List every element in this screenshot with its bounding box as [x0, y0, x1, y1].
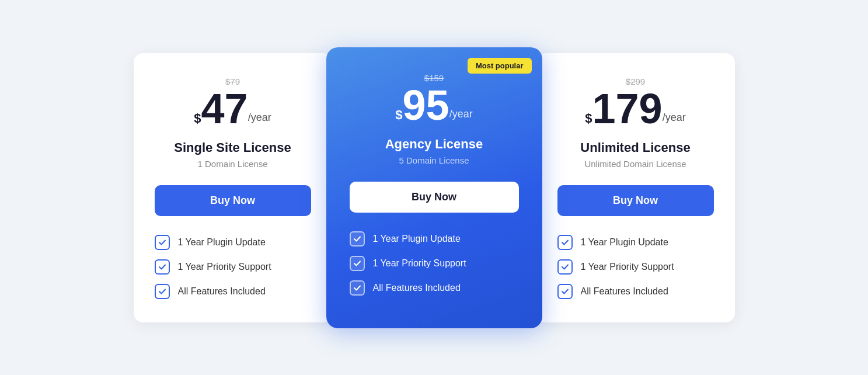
most-popular-badge: Most popular — [468, 58, 532, 74]
check-icon — [557, 235, 573, 250]
buy-button[interactable]: Buy Now — [155, 185, 311, 216]
feature-item: 1 Year Plugin Update — [557, 235, 714, 250]
feature-text: All Features Included — [581, 286, 668, 297]
feature-item: 1 Year Plugin Update — [350, 231, 519, 246]
feature-item: All Features Included — [557, 284, 714, 299]
feature-text: 1 Year Plugin Update — [581, 237, 668, 248]
check-icon — [557, 284, 573, 299]
price-period: /year — [663, 112, 686, 124]
pricing-card-unlimited: $299 $ 179 /year Unlimited License Unlim… — [536, 53, 735, 322]
license-domain: 1 Domain License — [197, 159, 267, 169]
feature-text: 1 Year Plugin Update — [178, 237, 266, 248]
pricing-card-agency: Most popular $159 $ 95 /year Agency Lice… — [326, 47, 542, 328]
original-price: $159 — [424, 73, 444, 83]
feature-text: All Features Included — [373, 283, 461, 293]
check-icon — [350, 256, 365, 271]
features-list: 1 Year Plugin Update 1 Year Priority Sup… — [350, 231, 519, 296]
feature-text: 1 Year Priority Support — [581, 262, 674, 272]
license-domain: Unlimited Domain License — [584, 159, 686, 169]
check-icon — [350, 231, 365, 246]
feature-item: 1 Year Priority Support — [350, 256, 519, 271]
check-icon — [155, 284, 170, 299]
feature-item: All Features Included — [155, 284, 311, 299]
feature-item: 1 Year Priority Support — [557, 259, 714, 275]
check-icon — [557, 259, 573, 275]
price-row: $ 179 /year — [585, 88, 685, 130]
original-price: $79 — [225, 77, 240, 86]
check-icon — [155, 259, 170, 275]
feature-text: 1 Year Priority Support — [373, 258, 466, 269]
features-list: 1 Year Plugin Update 1 Year Priority Sup… — [155, 235, 311, 299]
license-name: Single Site License — [174, 140, 291, 155]
feature-text: All Features Included — [178, 286, 266, 297]
price-period: /year — [449, 108, 473, 120]
price-amount: 95 — [403, 84, 449, 126]
feature-text: 1 Year Plugin Update — [373, 234, 461, 244]
feature-text: 1 Year Priority Support — [178, 262, 271, 272]
buy-button[interactable]: Buy Now — [350, 182, 519, 213]
feature-item: 1 Year Plugin Update — [155, 235, 311, 250]
pricing-container: $79 $ 47 /year Single Site License 1 Dom… — [84, 53, 785, 322]
license-domain: 5 Domain License — [399, 155, 469, 165]
license-name: Unlimited License — [580, 140, 690, 155]
price-row: $ 47 /year — [194, 88, 271, 130]
check-icon — [155, 235, 170, 250]
price-amount: 47 — [201, 88, 248, 130]
price-dollar: $ — [395, 109, 402, 121]
pricing-card-single: $79 $ 47 /year Single Site License 1 Dom… — [134, 53, 332, 322]
price-dollar: $ — [585, 112, 592, 125]
buy-button[interactable]: Buy Now — [557, 185, 714, 216]
price-period: /year — [248, 112, 271, 124]
check-icon — [350, 280, 365, 296]
price-dollar: $ — [194, 112, 201, 125]
feature-item: 1 Year Priority Support — [155, 259, 311, 275]
features-list: 1 Year Plugin Update 1 Year Priority Sup… — [557, 235, 714, 299]
price-amount: 179 — [592, 88, 663, 130]
license-name: Agency License — [385, 137, 483, 152]
original-price: $299 — [626, 77, 645, 86]
feature-item: All Features Included — [350, 280, 519, 296]
price-row: $ 95 /year — [395, 84, 472, 126]
